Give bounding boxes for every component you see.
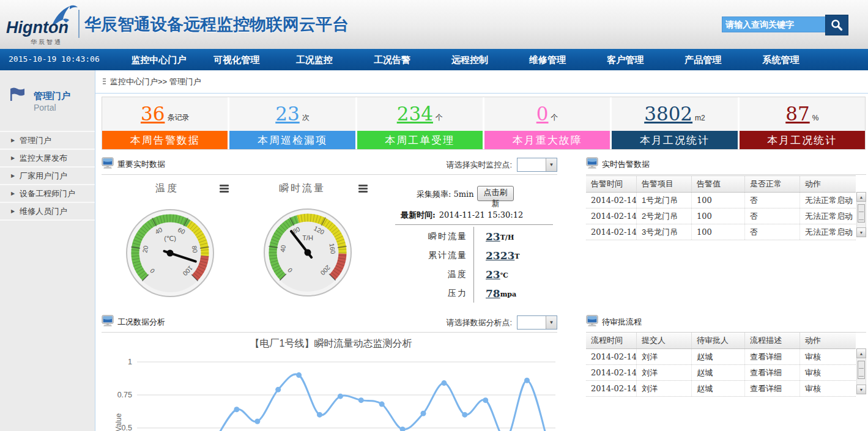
metric-unit: T/H bbox=[500, 234, 514, 241]
search-button[interactable] bbox=[825, 15, 848, 35]
metric-value[interactable]: 78 bbox=[486, 287, 500, 300]
stat-label-bar[interactable]: 本周工单受理 bbox=[357, 131, 483, 149]
nav-item[interactable]: 客户管理 bbox=[587, 49, 664, 70]
action-link[interactable]: 审核 bbox=[800, 349, 856, 364]
refresh-button[interactable]: 点击刷新 bbox=[477, 186, 514, 201]
action-link[interactable]: 无法正常启动 bbox=[800, 224, 856, 240]
table-cell[interactable]: 否 bbox=[745, 208, 800, 224]
stat-value-area: 36条记录 bbox=[102, 97, 228, 131]
stat-card[interactable]: 87%本月工况统计 bbox=[740, 97, 865, 149]
realtime-point-select[interactable]: ▼ bbox=[517, 158, 557, 172]
logo-text: Hignton bbox=[6, 18, 69, 37]
stat-card[interactable]: 234个本周工单受理 bbox=[357, 97, 483, 149]
stat-card[interactable]: 0个本月重大故障 bbox=[484, 97, 610, 149]
sidebar-item[interactable]: ▶维修人员门户 bbox=[0, 203, 95, 221]
latest-time: 最新时间:2014-11-21 15:30:12 bbox=[401, 210, 523, 221]
metric-value[interactable]: 23 bbox=[486, 230, 500, 243]
metric-unit: mpa bbox=[500, 290, 516, 298]
table-row: 2014-02-14刘洋赵城查看详细审核 bbox=[586, 381, 856, 397]
analysis-select-label: 请选择数据分析点: bbox=[446, 317, 512, 328]
nav-item[interactable]: 工况监控 bbox=[275, 49, 353, 70]
stat-label-bar[interactable]: 本周巡检漏项 bbox=[229, 131, 355, 149]
nav-item[interactable]: 产品管理 bbox=[664, 49, 742, 70]
svg-text:Value: Value bbox=[114, 413, 123, 431]
stat-number[interactable]: 36 bbox=[141, 105, 165, 123]
scrollbar-track[interactable] bbox=[856, 202, 866, 227]
chevron-down-icon[interactable]: ▼ bbox=[546, 158, 557, 171]
gauge-flow-menu-icon[interactable] bbox=[358, 185, 368, 193]
sidebar-item[interactable]: ▶管理门户 bbox=[0, 132, 95, 150]
search-icon bbox=[830, 18, 844, 32]
scrollbar-thumb[interactable] bbox=[858, 361, 865, 379]
alarms-table: 告警时间告警项目告警值是否正常动作2014-02-141号龙门吊100否无法正常… bbox=[586, 175, 856, 240]
metric-row: 温度23℃ bbox=[395, 265, 553, 284]
approvals-scrollbar[interactable]: ▲ ▼ bbox=[856, 348, 866, 394]
nav-item[interactable]: 可视化管理 bbox=[198, 49, 275, 70]
metric-label: 瞬时流量 bbox=[395, 231, 476, 242]
flow-gauge: 04080120160200T/H bbox=[262, 207, 354, 298]
realtime-point-select-group: 请选择实时监控点: ▼ bbox=[446, 158, 557, 172]
section-approvals-title: 待审批流程 bbox=[602, 317, 642, 328]
metric-unit: ℃ bbox=[500, 271, 508, 279]
stat-card[interactable]: 23次本周巡检漏项 bbox=[229, 97, 355, 149]
table-cell[interactable]: 查看详细 bbox=[745, 349, 800, 364]
table-cell[interactable]: 查看详细 bbox=[745, 365, 800, 380]
nav-item[interactable]: 工况告警 bbox=[353, 49, 431, 70]
scroll-down-icon[interactable]: ▼ bbox=[856, 385, 866, 394]
action-link[interactable]: 审核 bbox=[800, 381, 856, 396]
column-header: 流程描述 bbox=[745, 333, 800, 348]
table-cell[interactable]: 查看详细 bbox=[745, 381, 800, 396]
stat-number[interactable]: 3802 bbox=[644, 105, 692, 123]
stat-number[interactable]: 0 bbox=[536, 105, 549, 123]
nav-item[interactable]: 维修管理 bbox=[509, 49, 587, 70]
nav-item[interactable]: 监控中心门户 bbox=[120, 49, 198, 70]
table-cell: 2014-02-14 bbox=[586, 349, 637, 364]
monitor-icon bbox=[586, 315, 598, 326]
metric-value[interactable]: 2323 bbox=[486, 249, 514, 262]
table-cell[interactable]: 否 bbox=[745, 224, 800, 240]
metric-value[interactable]: 23 bbox=[486, 268, 500, 281]
sidebar-item[interactable]: ▶监控大屏发布 bbox=[0, 150, 95, 168]
table-row: 2014-02-142号龙门吊100否无法正常启动 bbox=[586, 208, 856, 224]
stat-label-bar[interactable]: 本月工况统计 bbox=[612, 131, 737, 149]
stat-card[interactable]: 36条记录本周告警数据 bbox=[102, 97, 228, 149]
alarms-scrollbar[interactable]: ▲ ▼ bbox=[856, 192, 866, 237]
scrollbar-track[interactable] bbox=[856, 358, 866, 385]
sidebar: 管理门户 Portal ▶管理门户▶监控大屏发布▶厂家用户门户▶设备工程师门户▶… bbox=[0, 70, 95, 431]
table-cell: 赵城 bbox=[692, 365, 745, 380]
stat-card[interactable]: 3802m2本月工况统计 bbox=[612, 97, 737, 149]
sidebar-item[interactable]: ▶设备工程师门户 bbox=[0, 185, 95, 203]
nav-item[interactable]: 远程控制 bbox=[431, 49, 508, 70]
main-nav: 2015-10-19 10:43:06 监控中心门户可视化管理工况监控工况告警远… bbox=[0, 49, 868, 70]
action-link[interactable]: 无法正常启动 bbox=[800, 193, 856, 208]
search-input[interactable] bbox=[722, 17, 826, 32]
scroll-up-icon[interactable]: ▲ bbox=[856, 348, 866, 358]
stat-number[interactable]: 23 bbox=[275, 105, 299, 123]
stats-row: 36条记录本周告警数据23次本周巡检漏项234个本周工单受理0个本月重大故障38… bbox=[102, 97, 866, 150]
stat-number[interactable]: 234 bbox=[397, 105, 433, 123]
table-cell[interactable]: 否 bbox=[745, 193, 800, 208]
bullet-arrow-icon: ▶ bbox=[11, 203, 15, 219]
stat-label-bar[interactable]: 本周告警数据 bbox=[102, 131, 228, 149]
nav-item[interactable]: 系统管理 bbox=[742, 49, 820, 70]
scrollbar-thumb[interactable] bbox=[858, 204, 865, 223]
scroll-up-icon[interactable]: ▲ bbox=[856, 192, 866, 202]
chevron-down-icon[interactable]: ▼ bbox=[546, 316, 557, 329]
analysis-point-select[interactable]: ▼ bbox=[517, 315, 557, 330]
section-alarms-title: 实时告警数据 bbox=[602, 159, 650, 170]
action-link[interactable]: 无法正常启动 bbox=[800, 208, 856, 224]
stat-number[interactable]: 87 bbox=[785, 105, 809, 123]
stat-label-bar[interactable]: 本月重大故障 bbox=[484, 131, 610, 149]
metrics-list: 瞬时流量23T/H累计流量2323T温度23℃压力78mpa bbox=[395, 227, 553, 303]
gauge-temp-menu-icon[interactable] bbox=[220, 185, 229, 193]
stat-label-bar[interactable]: 本月工况统计 bbox=[740, 131, 865, 149]
scroll-down-icon[interactable]: ▼ bbox=[856, 227, 866, 237]
sidebar-item[interactable]: ▶厂家用户门户 bbox=[0, 168, 95, 185]
sidebar-menu: ▶管理门户▶监控大屏发布▶厂家用户门户▶设备工程师门户▶维修人员门户 bbox=[0, 131, 95, 221]
stat-value-area: 87% bbox=[740, 97, 865, 131]
table-row: 2014-02-143号龙门吊100否无法正常启动 bbox=[586, 224, 856, 240]
action-link[interactable]: 审核 bbox=[800, 365, 856, 380]
stat-value-area: 234个 bbox=[357, 97, 483, 131]
table-cell: 2号龙门吊 bbox=[637, 208, 692, 224]
bullet-arrow-icon: ▶ bbox=[11, 185, 15, 202]
